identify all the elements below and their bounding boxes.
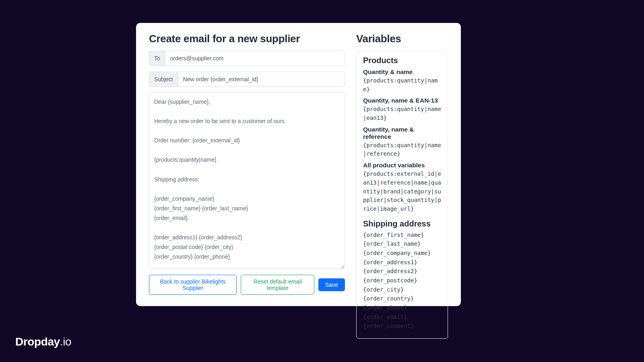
subject-input[interactable] [178,72,345,86]
button-row: Back to supplier Bikelights Supplier Res… [149,275,345,295]
shipping-var-list: {order_first_name} {order_last_name} {or… [363,231,441,331]
to-field-group: To [149,51,345,66]
var-group-title: Quantity, name & EAN-13 [363,97,441,104]
shipping-var: {order_comment} [363,322,441,331]
email-template-card: Create email for a new supplier To Subje… [136,23,461,306]
shipping-var: {order_city} [363,286,441,294]
subject-field-group: Subject [149,72,345,87]
var-group-code: {products:external_id|ean13|reference|na… [363,170,441,213]
body-textarea[interactable] [149,93,345,269]
shipping-var: {order_address2} [363,267,441,276]
var-group-title: All product variables [363,162,441,169]
var-group-code: {products:quantity|name|ean13} [363,105,441,122]
subject-label: Subject [149,72,178,86]
save-button[interactable]: Save [318,278,345,291]
var-group-title: Quantity & name [363,68,441,76]
shipping-var: {order_phone} [363,304,441,313]
var-group-code: {products:quantity|name} [363,76,441,94]
form-column: Create email for a new supplier To Subje… [149,33,345,295]
var-group-title: Quantity, name & reference [363,126,441,140]
brand-suffix: .io [60,335,71,348]
variables-heading: Variables [356,33,448,45]
shipping-var: {order_postcode} [363,276,441,285]
to-label: To [149,51,165,66]
var-group-code: {products:quantity|name|reference} [363,141,441,158]
variables-panel: Products Quantity & name {products:quant… [356,51,448,339]
variables-column: Variables Products Quantity & name {prod… [356,33,448,295]
reset-button[interactable]: Reset default email template [241,275,314,295]
shipping-var: {order_company_name} [363,249,441,258]
shipping-heading: Shipping address [363,219,441,228]
shipping-var: {order_address1} [363,258,441,267]
back-button[interactable]: Back to supplier Bikelights Supplier [149,275,237,295]
products-heading: Products [363,56,441,65]
brand-name: Dropday [15,335,60,348]
shipping-var: {order_first_name} [363,231,441,240]
shipping-var: {order_email} [363,313,441,322]
to-input[interactable] [165,51,345,66]
shipping-var: {order_last_name} [363,240,441,249]
brand-logo: Dropday.io [15,335,71,348]
page-title: Create email for a new supplier [149,33,345,45]
shipping-var: {order_country} [363,294,441,303]
